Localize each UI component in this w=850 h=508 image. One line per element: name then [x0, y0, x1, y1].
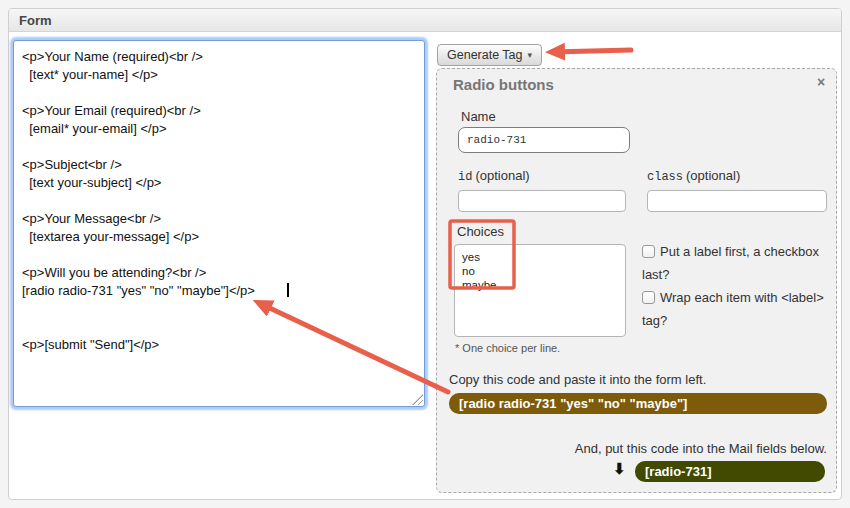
form-template-textarea[interactable]: <p>Your Name (required)<br /> [text* you… — [13, 40, 425, 407]
mail-fields-instruction: And, put this code into the Mail fields … — [449, 441, 827, 456]
wrap-label-option[interactable]: Wrap each item with <label> tag? — [642, 286, 846, 332]
choices-label: Choices — [457, 224, 504, 239]
class-code-label: class — [647, 170, 683, 184]
class-optional-label: (optional) — [686, 168, 740, 183]
down-arrow-icon: ⬇ — [613, 460, 626, 478]
form-section-title: Form — [19, 13, 52, 28]
chevron-down-icon: ▾ — [528, 50, 533, 60]
id-label: id(optional) — [458, 168, 530, 184]
screenshot-canvas: Form <p>Your Name (required)<br /> [text… — [0, 0, 850, 508]
id-code-label: id — [458, 170, 472, 184]
generate-tag-label: Generate Tag — [447, 48, 523, 62]
class-label: class(optional) — [647, 168, 740, 184]
name-input[interactable] — [458, 127, 630, 153]
mail-tag-code[interactable]: [radio-731] — [635, 461, 825, 482]
form-section-header[interactable]: Form — [9, 9, 841, 32]
copy-code-instruction: Copy this code and paste it into the for… — [449, 372, 706, 387]
options-column: Put a label first, a checkbox last? Wrap… — [642, 240, 846, 332]
checkbox-label-first[interactable] — [642, 245, 655, 258]
class-input[interactable] — [647, 190, 827, 212]
radio-buttons-panel: Radio buttons × Name id(optional) class(… — [436, 68, 837, 493]
id-optional-label: (optional) — [475, 168, 529, 183]
label-first-text: Put a label first, a checkbox last? — [642, 244, 819, 282]
choices-textarea[interactable]: yes no maybe — [454, 244, 626, 337]
name-label: Name — [461, 109, 496, 124]
checkbox-wrap-label[interactable] — [642, 291, 655, 304]
choices-hint: * One choice per line. — [455, 342, 560, 354]
wrap-label-text: Wrap each item with <label> tag? — [642, 290, 824, 328]
panel-title: Radio buttons — [453, 76, 554, 93]
close-icon[interactable]: × — [817, 74, 825, 90]
id-input[interactable] — [458, 190, 626, 212]
form-tag-code[interactable]: [radio radio-731 "yes" "no" "maybe"] — [449, 393, 827, 414]
generate-tag-button[interactable]: Generate Tag▾ — [437, 44, 542, 66]
label-first-option[interactable]: Put a label first, a checkbox last? — [642, 240, 846, 286]
text-cursor — [287, 283, 289, 297]
